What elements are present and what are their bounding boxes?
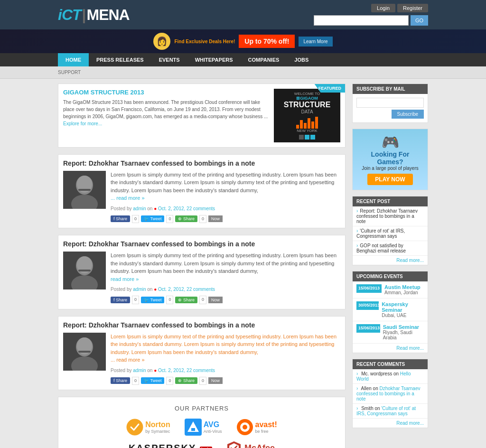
norton-label: Norton by Symantec: [145, 420, 170, 434]
tweet-button-2[interactable]: 🐦 Tweet: [141, 297, 164, 303]
logo-mena: MENA: [87, 6, 130, 23]
share-g-button-3[interactable]: ⊕ Share: [175, 377, 197, 384]
recent-post-title: RECENT POST: [353, 196, 428, 206]
article-text-1: Lorem Ipsum is simply dummy text of the …: [111, 171, 340, 224]
article-meta-3: Posted by admin on ● Oct. 2, 2012, 22 co…: [111, 367, 340, 374]
nav-dot-2[interactable]: [305, 135, 309, 140]
comment-item-3: Smith on 'Culture of rot' at IRS, Congre…: [353, 404, 428, 419]
event-name-1: Austin Meetup: [384, 284, 421, 290]
article-text-2: Lorem Ipsum is simply dummy text of the …: [111, 252, 340, 304]
event-name-3: Saudi Seminar: [383, 324, 424, 330]
article-readmore-3[interactable]: ... read more »: [111, 357, 145, 363]
social-buttons-1: f Share 0 🐦 Tweet 0 ⊕ Share 0 Now: [111, 215, 340, 224]
kaspersky-label: KASPERSKY lab: [129, 443, 212, 448]
subscribe-button[interactable]: Subscribe: [392, 110, 424, 119]
share2-count-2: 0: [199, 296, 206, 304]
recent-comments-readmore: Read more...: [353, 419, 428, 428]
avg-icon: [185, 419, 202, 436]
share-button-2[interactable]: f Share: [111, 297, 130, 303]
share-button-1[interactable]: f Share: [111, 215, 130, 222]
nav-companies[interactable]: COMPANIES: [241, 53, 287, 66]
subscribe-title: SUBSCRIBE BY MAIL: [353, 84, 428, 94]
sidebar-upcoming-events: UPCOMING EVENTS 15/06/2013 Austin Meetup…: [352, 271, 428, 353]
header-right: Login Register GO: [314, 4, 428, 26]
banner-text1: Find Exclusive Deals Here!: [174, 39, 235, 44]
banner-offer-text: Up to 70% off!: [244, 37, 289, 45]
nav-dot-1[interactable]: [299, 135, 304, 140]
upcoming-events-readmore: Read more...: [353, 344, 428, 353]
featured-box: GIGAOM STRUCTURE 2013 The GigaOM Structu…: [58, 84, 346, 148]
nav-events[interactable]: EVENTS: [151, 53, 187, 66]
ad-title: Looking For Games?: [357, 150, 423, 166]
event-info-3: Saudi Seminar Riyadh, Saudi Arabia: [383, 324, 424, 340]
subscribe-email-input[interactable]: [356, 98, 424, 108]
svg-point-21: [243, 425, 247, 429]
nav-jobs[interactable]: JOBS: [287, 53, 316, 66]
share-g-button-1[interactable]: ⊕ Share: [175, 215, 197, 222]
featured-text: GIGAOM STRUCTURE 2013 The GigaOM Structu…: [63, 89, 269, 142]
mcafee-label: McAfee: [244, 443, 275, 448]
sidebar-ad: 🎮 Looking For Games? Join a large pool o…: [352, 129, 428, 190]
featured-img-brand: ⊠GIGAOM: [296, 96, 318, 101]
nav-home[interactable]: HOME: [58, 53, 89, 66]
sidebar-recent-comments: RECENT COMMENTS Mc. wordpress on Hello W…: [352, 359, 428, 428]
event-name-2: Kaspersky Seminar: [382, 301, 424, 313]
tweet-count-3: 0: [166, 377, 173, 385]
tweet-button-3[interactable]: 🐦 Tweet: [141, 377, 164, 384]
nav-dot-3[interactable]: [310, 135, 315, 140]
banner-button[interactable]: Learn More: [299, 37, 332, 47]
partners-section: OUR PARTNERS Norton by Symantec: [58, 397, 346, 448]
article-card-2: Report: Dzhokhar Tsarnaev confessed to b…: [58, 235, 346, 309]
register-button[interactable]: Register: [397, 4, 428, 12]
event-date-1: 15/06/2013: [356, 284, 382, 293]
ad-play-button[interactable]: PLAY NOW: [367, 174, 412, 185]
article-title-3: Report: Dzhokhar Tsarnaev confessed to b…: [63, 321, 340, 329]
tweet-button-1[interactable]: 🐦 Tweet: [141, 215, 164, 222]
svg-rect-18: [191, 428, 195, 431]
now-button-2[interactable]: Now: [208, 297, 223, 303]
share-count-1: 0: [132, 215, 139, 224]
avast-icon: [236, 419, 253, 436]
event-info-1: Austin Meetup Amman, Jordan: [384, 284, 421, 295]
recent-post-item-1: Report: Dzhokhar Tsarnaev confessed to b…: [353, 206, 428, 226]
featured-body: The GigaOM Structure 2013 has been annou…: [63, 99, 269, 120]
article-card-1: Report: Dzhokhar Tsarnaev confessed to b…: [58, 154, 346, 229]
event-item-3: 15/06/2013 Saudi Seminar Riyadh, Saudi A…: [353, 321, 428, 344]
featured-img-subtitle: DATA: [301, 109, 313, 114]
search-input[interactable]: [314, 15, 409, 26]
avg-label: AVG Anti-Virus: [204, 420, 222, 434]
nav-press-releases[interactable]: PRESS RELEASES: [89, 53, 151, 66]
gamepad-icon: 🎮: [357, 134, 423, 150]
svg-rect-9: [78, 270, 91, 271]
featured-explore-link[interactable]: Explore for more...: [63, 121, 102, 126]
auth-buttons: Login Register: [371, 4, 428, 12]
social-buttons-2: f Share 0 🐦 Tweet 0 ⊕ Share 0 Now: [111, 296, 340, 304]
tweet-count-2: 0: [166, 296, 173, 304]
share2-count-3: 0: [199, 377, 206, 385]
article-card-3: Report: Dzhokhar Tsarnaev confessed to b…: [58, 316, 346, 391]
article-readmore-1[interactable]: ... read more »: [111, 195, 145, 201]
recent-comments-title: RECENT COMMENTS: [353, 359, 428, 369]
article-readmore-2[interactable]: read more »: [111, 276, 139, 282]
banner-offer: Up to 70% off!: [239, 35, 295, 48]
featured-img-title: STRUCTURE: [284, 101, 331, 109]
share-g-button-2[interactable]: ⊕ Share: [175, 297, 197, 303]
featured-title: GIGAOM STRUCTURE 2013: [63, 89, 269, 96]
recent-post-item-3: GOP not satisfied by Benghazi email rele…: [353, 241, 428, 256]
login-button[interactable]: Login: [371, 4, 395, 12]
partners-row-1: Norton by Symantec AVG: [66, 419, 337, 436]
search-button[interactable]: GO: [411, 15, 428, 26]
data-chart: [296, 114, 318, 129]
now-button-3[interactable]: Now: [208, 377, 223, 384]
recent-post-list: Report: Dzhokhar Tsarnaev confessed to b…: [353, 206, 428, 256]
svg-point-15: [127, 419, 143, 435]
norton-icon: [126, 419, 143, 436]
logo-ict: iCT: [58, 6, 81, 23]
content-area: GIGAOM STRUCTURE 2013 The GigaOM Structu…: [58, 84, 346, 448]
recent-post-readmore: Read more...: [353, 256, 428, 265]
now-button-1[interactable]: Now: [208, 215, 223, 222]
svg-rect-14: [78, 351, 91, 353]
share-button-3[interactable]: f Share: [111, 377, 130, 384]
nav-whitepapers[interactable]: WHITEPAPERS: [187, 53, 241, 66]
comment-item-1: Mc. wordpress on Hello World: [353, 369, 428, 384]
